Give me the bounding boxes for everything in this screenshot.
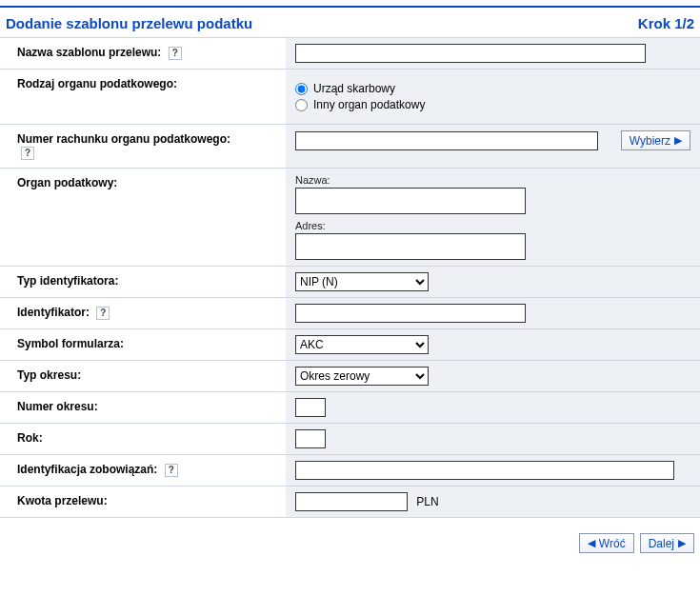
authority-name-sublabel: Nazwa: — [295, 174, 690, 186]
next-button[interactable]: Dalej ▶ — [640, 533, 694, 553]
authority-type-radio-urzad-label: Urząd skarbowy — [313, 82, 395, 95]
page-title: Dodanie szablonu przelewu podatku — [6, 15, 252, 31]
arrow-right-icon: ▶ — [674, 134, 682, 147]
account-number-label: Numer rachunku organu podatkowego: — [17, 132, 230, 146]
identifier-label: Identyfikator: — [17, 306, 90, 319]
authority-address-textarea[interactable] — [295, 233, 526, 260]
period-number-input[interactable] — [295, 398, 326, 417]
template-name-input[interactable] — [295, 44, 646, 63]
help-icon[interactable]: ? — [169, 47, 182, 60]
authority-type-radio-inny-label: Inny organ podatkowy — [313, 98, 425, 111]
period-type-select[interactable]: Okres zerowy — [295, 367, 429, 386]
year-input[interactable] — [295, 429, 326, 448]
select-button-label: Wybierz — [630, 134, 670, 148]
account-number-input[interactable] — [295, 131, 598, 150]
id-type-label: Typ identyfikatora: — [17, 274, 118, 288]
back-button-label: Wróć — [599, 537, 626, 550]
currency-label: PLN — [416, 495, 438, 508]
authority-name-textarea[interactable] — [295, 188, 526, 214]
obligation-id-input[interactable] — [295, 461, 674, 480]
form-symbol-label: Symbol formularza: — [17, 337, 124, 350]
help-icon[interactable]: ? — [165, 464, 178, 477]
step-indicator: Krok 1/2 — [638, 15, 694, 31]
period-number-label: Numer okresu: — [17, 400, 98, 413]
select-button[interactable]: Wybierz ▶ — [621, 130, 690, 150]
authority-type-radio-urzad[interactable] — [295, 83, 308, 95]
identifier-input[interactable] — [295, 304, 526, 323]
next-button-label: Dalej — [649, 537, 674, 550]
form-symbol-select[interactable]: AKC — [295, 335, 429, 354]
arrow-left-icon: ◀ — [588, 537, 595, 549]
authority-type-radio-inny[interactable] — [295, 99, 308, 111]
amount-label: Kwota przelewu: — [17, 494, 108, 507]
id-type-select[interactable]: NIP (N) — [295, 272, 429, 291]
help-icon[interactable]: ? — [21, 147, 34, 160]
authority-label: Organ podatkowy: — [17, 176, 117, 189]
back-button[interactable]: ◀ Wróć — [579, 533, 634, 553]
help-icon[interactable]: ? — [96, 307, 110, 320]
year-label: Rok: — [17, 431, 43, 445]
obligation-id-label: Identyfikacja zobowiązań: — [17, 463, 157, 476]
amount-input[interactable] — [295, 492, 408, 511]
template-name-label: Nazwa szablonu przelewu: — [17, 46, 161, 59]
period-type-label: Typ okresu: — [17, 368, 81, 382]
arrow-right-icon: ▶ — [678, 537, 686, 549]
authority-address-sublabel: Adres: — [295, 220, 690, 231]
authority-type-label: Rodzaj organu podatkowego: — [17, 77, 177, 90]
